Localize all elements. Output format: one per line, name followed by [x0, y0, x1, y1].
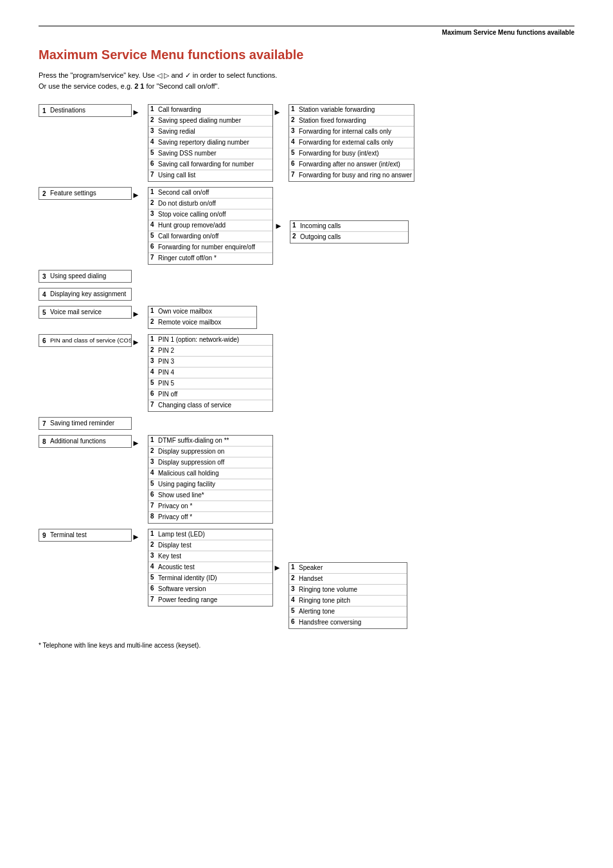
section-1-label: Destinations	[50, 106, 128, 115]
footnote-text: * Telephone with line keys and multi-lin…	[39, 642, 200, 649]
section-8-sub: 1DTMF suffix-dialing on ** 2Display supp…	[148, 435, 273, 524]
section-1-sub: 1Call forwarding 2Saving speed dialing n…	[148, 104, 414, 182]
section-5-label: Voice mail service	[50, 308, 128, 317]
intro-text: Press the "program/service" key. Use ◁ ▷…	[39, 70, 574, 91]
sub-1-5: 5Saving DSS number	[148, 148, 272, 159]
third-9-6: 6Handsfree conversing	[289, 617, 407, 628]
section-6-sub: 1PIN 1 (option: network-wide) 2PIN 2 3PI…	[148, 334, 273, 412]
third-1-5: 5Forwarding for busy (int/ext)	[289, 148, 414, 159]
section-2-box: 2 Feature settings	[39, 187, 132, 200]
intro-bold: 2 1	[134, 82, 144, 90]
section-3-row: 3 Using speed dialing	[39, 270, 574, 283]
sub-8-5: 5Using paging facility	[148, 479, 272, 490]
sub-6-3: 3PIN 3	[148, 357, 272, 368]
section-8-box: 8 Additional functions	[39, 435, 132, 448]
section-2-sub: 1Second call on/off 2Do not disturb on/o…	[148, 187, 409, 265]
section-3-box: 3 Using speed dialing	[39, 270, 132, 283]
sub-menu-1: 1Call forwarding 2Saving speed dialing n…	[148, 104, 273, 182]
third-1-1: 1Station variable forwarding	[289, 105, 414, 116]
third-2-2: 2Outgoing calls	[290, 232, 408, 243]
section-6-row: 6 PIN and class of service (COS) ► 1PIN …	[39, 334, 574, 412]
sub-8-4: 4Malicious call holding	[148, 468, 272, 479]
sub-9-4: 4Acoustic test	[148, 562, 272, 573]
arrow-2-sub: ►	[274, 220, 290, 231]
sub-8-3: 3Display suppression off	[148, 457, 272, 468]
section-6-label: PIN and class of service (COS)	[50, 337, 132, 345]
section-7-row: 7 Saving timed reminder	[39, 417, 574, 430]
sub-9-3: 3Key test	[148, 551, 272, 562]
arrow-8: ►	[132, 435, 147, 448]
third-menu-1: 1Station variable forwarding 2Station fi…	[289, 104, 414, 182]
arrow-1-sub: ►	[273, 104, 289, 117]
section-8-num: 8	[42, 438, 50, 445]
sub-1-6: 6Saving call forwarding for number	[148, 159, 272, 170]
third-9-4: 4Ringing tone pitch	[289, 596, 407, 607]
section-4-label: Displaying key assignment	[50, 290, 128, 299]
section-3-num: 3	[42, 273, 50, 280]
sub-1-2: 2Saving speed dialing number	[148, 116, 272, 127]
section-3-entry: 3 Using speed dialing	[39, 270, 148, 283]
third-9-2: 2Handset	[289, 574, 407, 585]
sub-menu-2: 1Second call on/off 2Do not disturb on/o…	[148, 187, 273, 265]
section-4-box: 4 Displaying key assignment	[39, 288, 132, 301]
sub-2-2: 2Do not disturb on/off	[148, 199, 272, 209]
section-9-entry: 9 Terminal test ►	[39, 529, 148, 542]
section-9-row: 9 Terminal test ► 1Lamp test (LED) 2Disp…	[39, 529, 574, 629]
section-7-entry: 7 Saving timed reminder	[39, 417, 148, 430]
third-1-3: 3Forwarding for internal calls only	[289, 127, 414, 137]
sub-6-7: 7Changing class of service	[148, 400, 272, 411]
page: Maximum Service Menu functions available…	[0, 0, 613, 687]
sub-1-3: 3Saving redial	[148, 127, 272, 137]
sub-2-4: 4Hunt group remove/add	[148, 220, 272, 231]
sub-9-2: 2Display test	[148, 540, 272, 551]
section-5-box: 5 Voice mail service	[39, 306, 132, 319]
header-title: Maximum Service Menu functions available	[442, 29, 574, 36]
section-3-label: Using speed dialing	[50, 272, 128, 281]
sub-6-6: 6PIN off	[148, 389, 272, 400]
third-menu-2: 1Incoming calls 2Outgoing calls	[290, 220, 409, 244]
third-1-7: 7Forwarding for busy and ring no answer	[289, 170, 414, 181]
section-4-row: 4 Displaying key assignment	[39, 288, 574, 301]
sub-8-7: 7Privacy on *	[148, 501, 272, 512]
sub-2-7: 7Ringer cutoff off/on *	[148, 253, 272, 264]
sub-8-1: 1DTMF suffix-dialing on **	[148, 436, 272, 447]
third-1-2: 2Station fixed forwarding	[289, 116, 414, 127]
section-7-label: Saving timed reminder	[50, 419, 128, 428]
footnote: * Telephone with line keys and multi-lin…	[39, 642, 574, 649]
third-menu-9: 1Speaker 2Handset 3Ringing tone volume 4…	[289, 562, 407, 629]
sub-1-4: 4Saving repertory dialing number	[148, 137, 272, 148]
section-1-num: 1	[42, 107, 50, 114]
sub-1-7: 7Using call list	[148, 170, 272, 181]
section-2-num: 2	[42, 190, 50, 197]
arrow-2: ►	[132, 187, 147, 200]
header: Maximum Service Menu functions available	[39, 26, 574, 36]
sub-menu-8: 1DTMF suffix-dialing on ** 2Display supp…	[148, 435, 273, 524]
section-5-row: 5 Voice mail service ► 1Own voice mailbo…	[39, 306, 574, 329]
section-2-row: 2 Feature settings ► 1Second call on/off…	[39, 187, 574, 265]
arrow-1: ►	[132, 104, 147, 117]
section-6-box: 6 PIN and class of service (COS)	[39, 334, 132, 347]
section-9-label: Terminal test	[50, 531, 128, 540]
section-2-entry: 2 Feature settings ►	[39, 187, 148, 200]
section-9-box: 9 Terminal test	[39, 529, 132, 542]
arrow-5: ►	[132, 306, 147, 319]
sub-2-5: 5Call forwarding on/off	[148, 231, 272, 242]
sub-2-6: 6Forwarding for number enquire/off	[148, 242, 272, 253]
third-9-1: 1Speaker	[289, 563, 407, 574]
section-7-num: 7	[42, 420, 50, 427]
section-4-num: 4	[42, 291, 50, 298]
third-9-3: 3Ringing tone volume	[289, 585, 407, 596]
sub-9-1: 1Lamp test (LED)	[148, 529, 272, 540]
section-1-row: 1 Destinations ► 1Call forwarding 2Savin…	[39, 104, 574, 182]
sub-9-6: 6Software version	[148, 584, 272, 595]
sub-menu-9: 1Lamp test (LED) 2Display test 3Key test…	[148, 529, 273, 607]
sub-1-1: 1Call forwarding	[148, 105, 272, 116]
third-1-6: 6Forwarding after no answer (int/ext)	[289, 159, 414, 170]
sub-8-2: 2Display suppression on	[148, 447, 272, 457]
sub-menu-5: 1Own voice mailbox 2Remote voice mailbox	[148, 306, 257, 329]
sub-6-1: 1PIN 1 (option: network-wide)	[148, 335, 272, 346]
diagram: 1 Destinations ► 1Call forwarding 2Savin…	[39, 104, 574, 629]
third-1-4: 4Forwarding for external calls only	[289, 137, 414, 148]
section-6-entry: 6 PIN and class of service (COS) ►	[39, 334, 148, 347]
sub-8-6: 6Show used line*	[148, 490, 272, 501]
